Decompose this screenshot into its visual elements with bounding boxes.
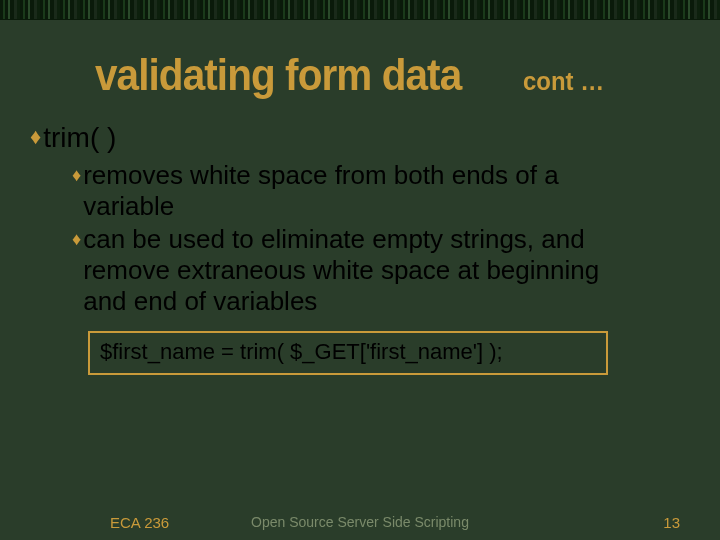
code-example-text: $first_name = trim( $_GET['first_name'] … bbox=[100, 339, 503, 364]
bullet-level2: ♦ can be used to eliminate empty strings… bbox=[72, 224, 680, 317]
diamond-bullet-icon: ♦ bbox=[72, 224, 81, 254]
sub-bullet-group: ♦ removes white space from both ends of … bbox=[30, 160, 680, 317]
footer-page-number: 13 bbox=[663, 514, 680, 531]
decorative-top-strip bbox=[0, 0, 720, 20]
code-example-box: $first_name = trim( $_GET['first_name'] … bbox=[88, 331, 608, 375]
bullet-level1: ♦ trim( ) bbox=[30, 122, 680, 154]
spacer bbox=[0, 20, 720, 50]
diamond-bullet-icon: ♦ bbox=[72, 160, 81, 190]
slide-content: ♦ trim( ) ♦ removes white space from bot… bbox=[0, 100, 720, 375]
bullet-level1-text: trim( ) bbox=[43, 122, 116, 154]
bullet-level2-text: can be used to eliminate empty strings, … bbox=[83, 224, 643, 317]
footer-course-title: Open Source Server Side Scripting bbox=[251, 514, 469, 530]
slide-subtitle: cont … bbox=[523, 66, 604, 97]
bullet-level2: ♦ removes white space from both ends of … bbox=[72, 160, 680, 222]
footer-course-code: ECA 236 bbox=[110, 514, 169, 531]
title-row: validating form data cont … bbox=[0, 50, 720, 100]
diamond-bullet-icon: ♦ bbox=[30, 122, 41, 152]
bullet-level2-text: removes white space from both ends of a … bbox=[83, 160, 643, 222]
slide-title: validating form data bbox=[95, 50, 461, 100]
